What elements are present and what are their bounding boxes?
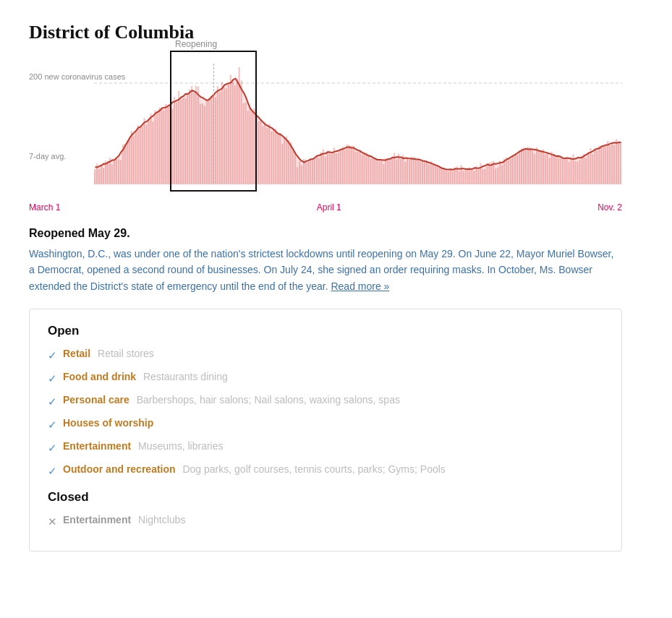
open-status-item: ✓ Houses of worship xyxy=(48,416,603,432)
read-more-link[interactable]: Read more » xyxy=(331,280,389,292)
check-icon: ✓ xyxy=(48,348,57,363)
item-detail: Retail stores xyxy=(98,348,154,359)
closed-section-title: Closed xyxy=(48,490,603,505)
x-label-april: April 1 xyxy=(317,202,341,213)
item-label: Entertainment xyxy=(63,514,131,525)
chart-label-7day: 7-day avg. xyxy=(29,152,66,160)
page-title: District of Columbia xyxy=(29,22,643,43)
open-status-item: ✓ Personal care Barbershops, hair salons… xyxy=(48,393,603,409)
closed-section: Closed ✕ Entertainment Nightclubs xyxy=(48,490,603,529)
chart-label-200: 200 new coronavirus cases xyxy=(29,72,125,81)
closed-status-item: ✕ Entertainment Nightclubs xyxy=(48,513,603,529)
item-label: Personal care xyxy=(63,394,129,405)
closed-items-list: ✕ Entertainment Nightclubs xyxy=(48,513,603,529)
chart-container: 200 new coronavirus cases 7-day avg. Reo… xyxy=(29,51,622,195)
open-status-item: ✓ Retail Retail stores xyxy=(48,347,603,363)
item-detail: Museums, libraries xyxy=(138,440,223,452)
x-icon: ✕ xyxy=(48,514,57,529)
x-label-nov: Nov. 2 xyxy=(597,202,622,213)
item-label: Entertainment xyxy=(63,440,131,452)
item-label: Retail xyxy=(63,348,90,359)
item-detail: Restaurants dining xyxy=(143,371,228,382)
open-section-title: Open xyxy=(48,324,603,338)
reopening-dashes xyxy=(213,64,214,183)
x-label-march: March 1 xyxy=(29,202,60,213)
description-text: Washington, D.C., was under one of the n… xyxy=(29,248,613,292)
item-label: Outdoor and recreation xyxy=(63,463,176,475)
check-icon: ✓ xyxy=(48,394,57,409)
check-icon: ✓ xyxy=(48,417,57,432)
item-detail: Nightclubs xyxy=(138,514,185,525)
item-detail: Barbershops, hair salons; Nail salons, w… xyxy=(137,394,400,405)
open-status-item: ✓ Food and drink Restaurants dining xyxy=(48,370,603,386)
open-status-item: ✓ Entertainment Museums, libraries xyxy=(48,439,603,455)
item-label: Houses of worship xyxy=(63,417,153,429)
check-icon: ✓ xyxy=(48,463,57,478)
item-detail: Dog parks, golf courses, tennis courts, … xyxy=(182,463,445,475)
item-label: Food and drink xyxy=(63,371,136,382)
chart-x-labels: March 1 April 1 Nov. 2 xyxy=(29,202,622,213)
check-icon: ✓ xyxy=(48,440,57,455)
check-icon: ✓ xyxy=(48,371,57,386)
open-items-list: ✓ Retail Retail stores ✓ Food and drink … xyxy=(48,347,603,478)
reopen-date: Reopened May 29. xyxy=(29,227,643,240)
status-card: Open ✓ Retail Retail stores ✓ Food and d… xyxy=(29,309,622,552)
open-status-item: ✓ Outdoor and recreation Dog parks, golf… xyxy=(48,463,603,478)
description: Washington, D.C., was under one of the n… xyxy=(29,246,622,294)
